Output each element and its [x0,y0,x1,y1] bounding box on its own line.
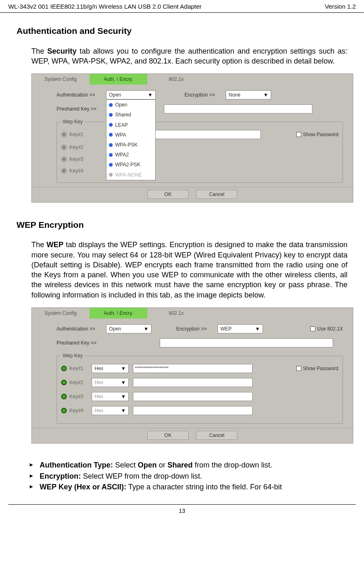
page-content: Authentication and Security The Security… [0,13,364,497]
auth-option[interactable]: WPA2 [106,150,155,160]
chevron-down-icon: ▼ [121,365,126,372]
chevron-down-icon: ▼ [121,393,126,400]
bullet-icon [109,163,113,167]
key1-input[interactable]: ******************* [133,364,253,373]
radio-icon[interactable] [61,366,67,371]
auth-option[interactable]: LEAP [106,120,155,130]
doc-header: WL-343v2 001 IEEE802.11b/g/n Wireless LA… [0,0,364,13]
tab-auth-encry[interactable]: Auth. \ Encry. [90,308,147,319]
key1-type-dropdown[interactable]: Hex▼ [92,364,129,373]
bullet-icon [109,153,113,157]
auth-label: Authentication >> [57,92,102,98]
radio-icon[interactable] [61,144,67,150]
key4-type-dropdown[interactable]: Hex▼ [92,406,129,415]
bullet-icon [109,113,113,117]
radio-icon[interactable] [61,168,67,174]
auth-option[interactable]: WPA-PSK [106,140,155,150]
bullet-icon [109,123,113,127]
key2-input[interactable] [133,378,253,387]
section2-paragraph: The WEP tab displays the WEP settings. E… [17,240,347,300]
key3-type-dropdown[interactable]: Hex▼ [92,392,129,401]
section1-title: Authentication and Security [17,25,347,37]
chevron-down-icon: ▼ [121,379,126,386]
psk-label: Preshared Key >> [57,106,102,112]
security-panel-2: System Config Auth. \ Encry. 802.1x Auth… [31,307,353,444]
header-left: WL-343v2 001 IEEE802.11b/g/n Wireless LA… [8,2,202,11]
enc-dropdown[interactable]: None▼ [226,90,271,99]
chevron-down-icon: ▼ [144,326,149,332]
ok-button[interactable]: OK [147,431,189,440]
auth-dropdown-list: Open Shared LEAP WPA WPA-PSK WPA2 WPA2-P… [106,99,156,180]
key1-input[interactable] [141,130,261,139]
radio-icon[interactable] [61,394,67,399]
use-8021x-checkbox[interactable]: Use 802.1X [310,326,343,332]
list-item: Encryption: Select WEP from the drop-dow… [40,471,347,481]
key2-type-dropdown[interactable]: Hex▼ [92,378,129,387]
cancel-button[interactable]: Cancel [196,431,237,440]
show-password-checkbox[interactable]: Show Password [296,131,338,138]
tab-8021x[interactable]: 802.1x [147,308,205,319]
enc-dropdown[interactable]: WEP▼ [217,324,263,333]
checkbox-icon [296,366,301,371]
enc-label: Encryption >> [176,326,213,332]
list-item: Authentication Type: Select Open or Shar… [40,460,347,470]
radio-icon[interactable] [61,380,67,385]
auth-dropdown[interactable]: Open▼ [106,324,151,333]
bullet-icon [109,133,113,137]
security-panel-1: System Config Auth. \ Encry. 802.1x Auth… [31,73,353,203]
panel2-tabs: System Config Auth. \ Encry. 802.1x [32,308,353,319]
auth-option[interactable]: Shared [106,110,155,120]
wep-key-group: Wep Key Key#1 Show Password Key#2 Key#3 … [57,118,343,183]
show-password-checkbox[interactable]: Show Password [296,365,338,372]
psk-label: Preshared Key >> [57,340,102,346]
section1-paragraph: The Security tab allows you to configure… [17,46,347,66]
auth-option[interactable]: WPA2-PSK [106,160,155,170]
radio-icon[interactable] [61,132,67,137]
wep-legend: Wep Key [61,118,84,125]
chevron-down-icon: ▼ [148,92,153,98]
checkbox-icon [296,132,301,137]
bullet-list: Authentication Type: Select Open or Shar… [17,460,347,492]
enc-label: Encryption >> [184,92,222,98]
bullet-icon [109,143,113,147]
psk-input[interactable] [160,338,333,347]
list-item: WEP Key (Hex or ASCII): Type a character… [40,482,347,492]
ok-button[interactable]: OK [147,190,189,199]
wep-key-group: Wep Key Key#1 Hex▼ ******************* S… [57,352,343,424]
tab-auth-encry[interactable]: Auth. \ Encry. [90,74,147,85]
chevron-down-icon: ▼ [121,407,126,414]
tab-system-config[interactable]: System Config [32,74,90,85]
auth-option[interactable]: WPA [106,130,155,140]
bullet-icon [109,173,113,177]
auth-option: WPA-NONE [106,170,155,180]
tab-system-config[interactable]: System Config [32,308,90,319]
radio-icon[interactable] [61,408,67,413]
page-number: 13 [179,508,185,514]
chevron-down-icon: ▼ [263,92,268,98]
checkbox-icon [310,326,315,331]
chevron-down-icon: ▼ [255,326,260,332]
auth-label: Authentication >> [57,326,102,332]
auth-dropdown[interactable]: Open▼ Open Shared LEAP WPA WPA-PSK WPA2 … [106,90,156,99]
key4-input[interactable] [133,406,253,415]
auth-option[interactable]: Open [106,100,155,110]
tab-8021x[interactable]: 802.1x [147,74,205,85]
section2-title: WEP Encryption [17,219,347,231]
header-right: Version 1.2 [325,2,356,11]
wep-legend: Wep Key [61,352,84,359]
key3-input[interactable] [133,392,253,401]
bullet-icon [109,103,113,107]
cancel-button[interactable]: Cancel [196,190,237,199]
panel1-tabs: System Config Auth. \ Encry. 802.1x [32,74,353,85]
psk-input[interactable] [164,104,312,113]
page-footer: 13 [8,504,356,523]
radio-icon[interactable] [61,156,67,162]
